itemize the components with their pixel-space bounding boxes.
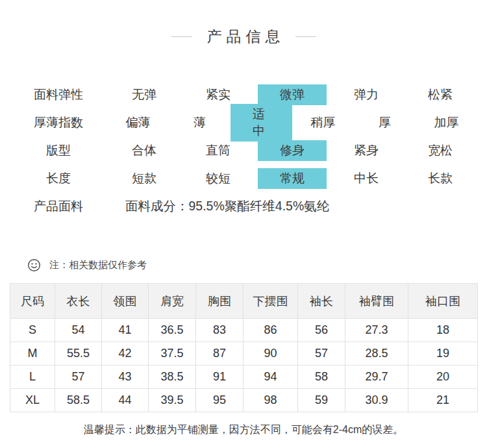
cell: 44 xyxy=(102,389,149,412)
cell: 94 xyxy=(244,366,298,389)
title-line-right xyxy=(295,36,316,37)
page-title: 产品信息 xyxy=(207,27,285,47)
attr-option-selected: 修身 xyxy=(255,140,329,161)
cell: 98 xyxy=(244,389,298,412)
cell: 57 xyxy=(55,366,102,389)
col-header-garment-length: 衣长 xyxy=(55,284,102,319)
cell: 42 xyxy=(102,342,149,366)
attr-option: 长款 xyxy=(403,168,477,189)
attr-option: 紧身 xyxy=(329,140,403,161)
attr-option-selected: 微弹 xyxy=(255,84,329,105)
measurement-tip: 温馨提示：此数据为平铺测量，因方法不同，可能会有2-4cm的误差。 xyxy=(0,423,487,437)
cell: 37.5 xyxy=(149,342,196,366)
fabric-composition-value: 面料成分：95.5%聚酯纤维4.5%氨纶 xyxy=(125,197,329,215)
attr-row-fabric: 产品面料 面料成分：95.5%聚酯纤维4.5%氨纶 xyxy=(10,192,477,220)
attr-option: 偏薄 xyxy=(107,104,169,142)
cell: 58.5 xyxy=(55,389,102,412)
attr-option: 加厚 xyxy=(416,104,477,142)
attr-label: 版型 xyxy=(10,142,107,159)
attr-option: 直筒 xyxy=(181,140,255,161)
cell: 87 xyxy=(196,342,244,366)
size-table: 尺码 衣长 领围 肩宽 胸围 下摆围 袖长 袖臂围 袖口围 S 54 41 36… xyxy=(10,283,478,412)
cell: 27.3 xyxy=(345,319,408,342)
col-header-sleeve-arm: 袖臂围 xyxy=(345,284,408,319)
title-line-left xyxy=(171,36,192,37)
cell: 20 xyxy=(408,366,478,389)
attr-option: 稍厚 xyxy=(292,104,354,142)
cell: 18 xyxy=(408,319,478,342)
attr-option: 弹力 xyxy=(329,84,403,105)
cell: 21 xyxy=(408,389,478,412)
cell: 90 xyxy=(244,342,298,366)
table-row-m: M 55.5 42 37.5 87 90 57 28.5 19 xyxy=(10,342,478,366)
col-header-size: 尺码 xyxy=(10,284,55,319)
attr-option: 较短 xyxy=(181,168,255,189)
note-text: 注：相关数据仅作参考 xyxy=(49,259,147,271)
col-header-cuff: 袖口围 xyxy=(408,284,478,319)
cell: 41 xyxy=(102,319,149,342)
table-row-xl: XL 58.5 44 39.5 95 98 59 30.9 21 xyxy=(10,389,478,412)
attr-option: 合体 xyxy=(107,140,181,161)
attr-label: 面料弹性 xyxy=(10,86,107,103)
product-info-panel: 产品信息 面料弹性 无弹 紧实 微弹 弹力 松紧 厚薄指数 偏薄 薄 适中 稍厚… xyxy=(0,26,487,448)
attr-option: 宽松 xyxy=(403,140,477,161)
attr-option: 紧实 xyxy=(181,84,255,105)
cell: 91 xyxy=(196,366,244,389)
cell: 58 xyxy=(298,366,345,389)
attr-option: 厚 xyxy=(354,104,416,142)
cell: 38.5 xyxy=(149,366,196,389)
cell: 55.5 xyxy=(55,342,102,366)
attr-label: 厚薄指数 xyxy=(10,114,107,131)
cell: 28.5 xyxy=(345,342,408,366)
col-header-bust: 胸围 xyxy=(196,284,244,319)
attr-option-selected: 适中 xyxy=(231,104,292,142)
attr-option: 短款 xyxy=(107,168,181,189)
col-header-sleeve-length: 袖长 xyxy=(298,284,345,319)
attr-option: 中长 xyxy=(329,168,403,189)
reference-note: 注：相关数据仅作参考 xyxy=(27,258,487,272)
table-row-l: L 57 43 38.5 91 94 58 29.7 20 xyxy=(10,366,478,389)
cell: 30.9 xyxy=(345,389,408,412)
attr-row-thickness: 厚薄指数 偏薄 薄 适中 稍厚 厚 加厚 xyxy=(10,108,477,136)
cell: 36.5 xyxy=(149,319,196,342)
col-header-neck: 领围 xyxy=(102,284,149,319)
cell: 43 xyxy=(102,366,149,389)
attr-row-fit: 版型 合体 直筒 修身 紧身 宽松 xyxy=(10,136,477,164)
cell: 56 xyxy=(298,319,345,342)
cell: S xyxy=(10,319,55,342)
cell: 95 xyxy=(196,389,244,412)
cell: M xyxy=(10,342,55,366)
attribute-grid: 面料弹性 无弹 紧实 微弹 弹力 松紧 厚薄指数 偏薄 薄 适中 稍厚 厚 加厚… xyxy=(10,81,477,220)
table-row-s: S 54 41 36.5 83 86 56 27.3 18 xyxy=(10,319,478,342)
cell: 29.7 xyxy=(345,366,408,389)
col-header-hem: 下摆围 xyxy=(244,284,298,319)
attr-label: 长度 xyxy=(10,170,107,187)
cell: 59 xyxy=(298,389,345,412)
attr-option: 薄 xyxy=(169,104,231,142)
page-title-row: 产品信息 xyxy=(0,26,487,47)
cell: 83 xyxy=(196,319,244,342)
cell: 86 xyxy=(244,319,298,342)
cell: 54 xyxy=(55,319,102,342)
attr-option: 松紧 xyxy=(403,84,477,105)
cell: 19 xyxy=(408,342,478,366)
attr-row-length: 长度 短款 较短 常规 中长 长款 xyxy=(10,164,477,192)
size-table-header-row: 尺码 衣长 领围 肩宽 胸围 下摆围 袖长 袖臂围 袖口围 xyxy=(10,284,478,319)
cell: 57 xyxy=(298,342,345,366)
cell: 39.5 xyxy=(149,389,196,412)
smiley-icon xyxy=(27,258,41,272)
attr-label: 产品面料 xyxy=(10,198,107,215)
cell: XL xyxy=(10,389,55,412)
cell: L xyxy=(10,366,55,389)
col-header-shoulder: 肩宽 xyxy=(149,284,196,319)
attr-option-selected: 常规 xyxy=(255,168,329,189)
attr-option: 无弹 xyxy=(107,84,181,105)
